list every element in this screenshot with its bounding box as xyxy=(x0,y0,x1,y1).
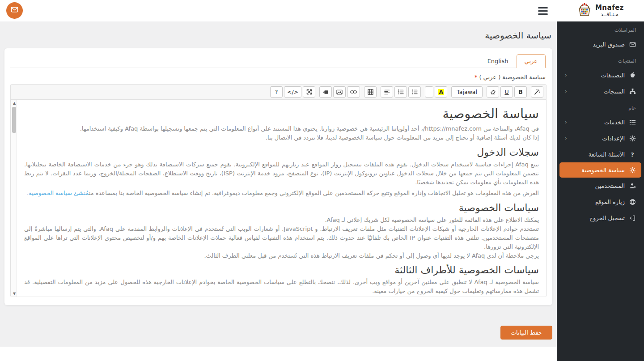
table-icon xyxy=(368,89,373,95)
tab-arabic[interactable]: عربي xyxy=(517,54,546,68)
page-title: سياسة الخصوصية xyxy=(5,30,551,41)
link-button[interactable] xyxy=(347,86,360,98)
sidebar-item-label: صندوق البريد xyxy=(593,41,625,48)
chevron-left-icon: ‹ xyxy=(565,88,567,94)
sidebar-item-users[interactable]: المستخدمين xyxy=(557,178,644,194)
scroll-down-button[interactable]: ▼ xyxy=(11,290,17,297)
envelope-icon xyxy=(11,6,18,15)
field-label: سياسة الخصوصية ( عربي ) * xyxy=(11,74,546,81)
image-button[interactable] xyxy=(333,86,346,98)
privacy-policy-card: عربي English سياسة الخصوصية ( عربي ) * ?… xyxy=(4,48,552,305)
sidebar-item-label: المنتجات xyxy=(603,88,625,95)
fullscreen-button[interactable] xyxy=(303,86,315,98)
sidebar-item-label: سياسة الخصوصية xyxy=(581,167,625,174)
sidebar-section-products: المنتجات xyxy=(557,52,644,67)
codeview-button[interactable]: </> xyxy=(284,86,301,98)
doc-paragraph: في Afaq، والمتاحة من https://mnafez.com/… xyxy=(24,124,539,142)
sidebar-item-label: المستخدمين xyxy=(595,183,625,189)
apple-icon xyxy=(629,72,636,79)
logo-latin: Mnafez xyxy=(595,4,624,12)
sidebar-item-label: الإعدادات xyxy=(602,135,625,142)
editor-toolbar: ? </> xyxy=(11,85,546,100)
highlight-color-button[interactable]: A xyxy=(435,86,447,98)
chevron-left-icon: ‹ xyxy=(565,119,567,125)
mail-button[interactable] xyxy=(6,2,23,19)
envelope-icon xyxy=(629,41,636,48)
sidebar: Mnafez مـنـافــذ المراسلات صندوق البريد … xyxy=(557,0,644,361)
video-button[interactable] xyxy=(319,86,332,98)
highlight-letter: A xyxy=(438,89,444,95)
chevron-left-icon: ‹ xyxy=(565,72,567,78)
scroll-up-button[interactable]: ▲ xyxy=(11,100,17,106)
ordered-list-button[interactable] xyxy=(394,86,407,98)
sidebar-item-categories[interactable]: التصنيفات ‹ xyxy=(557,67,644,83)
sidebar-item-privacy-policy[interactable]: سياسة الخصوصية xyxy=(559,162,641,178)
logo-arabic: مـنـافــذ xyxy=(595,12,624,17)
link-icon xyxy=(350,89,357,94)
doc-subheading-logs: سجلات الدخول xyxy=(24,147,539,158)
unordered-list-button[interactable] xyxy=(408,86,421,98)
doc-paragraph: سياسة الخصوصية لـ Afaq لا تنطبق على معلن… xyxy=(24,278,539,297)
underline-button[interactable]: U xyxy=(500,86,513,98)
editor-content[interactable]: سياسة الخصوصية في Afaq، والمتاحة من http… xyxy=(11,100,546,297)
rich-text-editor: ? </> xyxy=(10,84,547,297)
sidebar-item-label: الخدمات xyxy=(604,119,625,126)
magic-style-button[interactable] xyxy=(531,86,543,98)
required-asterisk: * xyxy=(475,74,478,81)
expand-icon xyxy=(306,89,312,95)
bold-button[interactable]: B xyxy=(514,86,527,98)
sidebar-item-label: تسجيل الخروج xyxy=(589,215,625,221)
save-row: حفظ البيانات xyxy=(4,326,552,340)
privacy-policy-generator-link[interactable]: مُنشئ سياسة الخصوصية. xyxy=(27,190,89,196)
tab-english[interactable]: English xyxy=(479,54,517,68)
sidebar-section-general: عام xyxy=(557,99,644,114)
sidebar-item-products[interactable]: المنتجات ‹ xyxy=(557,83,644,99)
unordered-list-icon xyxy=(412,89,418,94)
scroll-thumb[interactable] xyxy=(12,107,16,133)
doc-paragraph: يتبع Afaq إجراءات قياسية لاستخدام سجلات … xyxy=(24,160,539,187)
align-icon xyxy=(384,89,390,94)
globe-icon xyxy=(629,198,636,205)
paragraph-align-button[interactable] xyxy=(381,86,393,98)
question-icon: ? xyxy=(629,151,636,158)
logo-text: Mnafez مـنـافــذ xyxy=(595,4,624,17)
gear-icon xyxy=(629,135,636,142)
magic-wand-icon xyxy=(534,89,540,95)
chevron-left-icon: ‹ xyxy=(565,135,567,141)
video-icon xyxy=(322,89,329,95)
top-header xyxy=(0,0,557,21)
color-preview-button[interactable] xyxy=(425,86,433,98)
sidebar-section-messages: المراسلات xyxy=(557,21,644,36)
sidebar-item-faq[interactable]: ? الأسئلة الشائعة xyxy=(557,146,644,162)
sidebar-item-mailbox[interactable]: صندوق البريد xyxy=(557,36,644,52)
table-button[interactable] xyxy=(364,86,377,98)
font-family-button[interactable]: Tajawal xyxy=(451,86,483,98)
hamburger-menu-icon[interactable] xyxy=(538,7,548,15)
sidebar-logo[interactable]: Mnafez مـنـافــذ xyxy=(557,0,644,21)
sidebar-item-settings[interactable]: الإعدادات ‹ xyxy=(557,130,644,146)
language-tabs: عربي English xyxy=(10,54,547,68)
ordered-list-icon xyxy=(398,89,404,94)
logout-icon xyxy=(629,214,636,221)
doc-subheading-policies: سياسات الخصوصية xyxy=(24,202,539,213)
logo-basket-icon xyxy=(577,2,592,19)
sidebar-item-visit-site[interactable]: زيارة الموقع xyxy=(557,194,644,210)
doc-paragraph: الغرض من هذه المعلومات هو تحليل الاتجاها… xyxy=(24,189,539,198)
sidebar-item-label: التصنيفات xyxy=(601,72,625,79)
main-content: سياسة الخصوصية عربي English سياسة الخصوص… xyxy=(0,21,557,347)
gear-icon xyxy=(629,166,636,174)
sidebar-item-logout[interactable]: تسجيل الخروج xyxy=(557,210,644,226)
list-icon xyxy=(629,119,636,126)
sidebar-item-label: الأسئلة الشائعة xyxy=(589,151,625,158)
doc-heading: سياسة الخصوصية xyxy=(24,106,539,121)
user-gear-icon xyxy=(629,182,636,189)
clear-format-button[interactable] xyxy=(487,86,499,98)
editor-scrollbar[interactable]: ▲ ▼ xyxy=(11,100,17,297)
sidebar-item-label: زيارة الموقع xyxy=(595,199,625,205)
help-button[interactable]: ? xyxy=(270,86,283,98)
save-button[interactable]: حفظ البيانات xyxy=(500,326,552,340)
sitemap-icon xyxy=(629,88,636,95)
sidebar-item-services[interactable]: الخدمات ‹ xyxy=(557,114,644,130)
image-icon xyxy=(336,89,343,95)
doc-subheading-third-party: سياسات الخصوصية للأطراف الثالثة xyxy=(24,264,539,276)
